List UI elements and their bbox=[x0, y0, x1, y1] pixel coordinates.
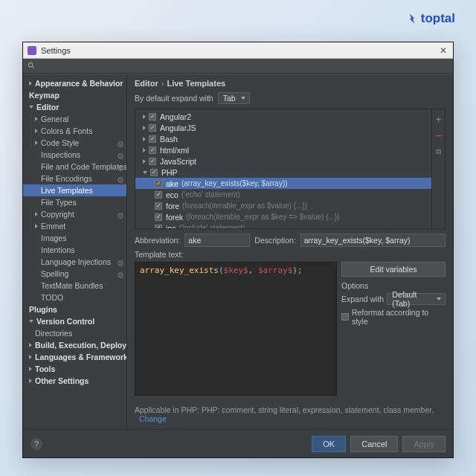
sidebar-item[interactable]: Version Control bbox=[23, 315, 126, 327]
template-name: eco bbox=[166, 190, 178, 199]
sidebar-item[interactable]: Spelling⚙ bbox=[23, 268, 126, 280]
svg-line-1 bbox=[32, 66, 34, 68]
brand-logo: toptal bbox=[406, 11, 455, 26]
sidebar-item[interactable]: Other Settings bbox=[23, 375, 126, 387]
cancel-button[interactable]: Cancel bbox=[350, 436, 398, 452]
template-item[interactable]: ✓inc ('include' statement) bbox=[135, 222, 431, 228]
sidebar-item-label: Other Settings bbox=[35, 376, 89, 385]
description-input[interactable]: array_key_exists($key, $array) bbox=[300, 234, 446, 247]
sidebar-item[interactable]: File Types bbox=[23, 196, 126, 208]
sidebar-item-label: Keymap bbox=[29, 91, 60, 100]
sidebar-item[interactable]: Copyright⚙ bbox=[23, 208, 126, 220]
template-name: inc bbox=[166, 224, 176, 229]
copy-icon[interactable]: ⧉ bbox=[436, 147, 441, 156]
chevron-right-icon bbox=[143, 148, 146, 152]
sidebar-item[interactable]: File and Code Templates⚙ bbox=[23, 161, 126, 173]
sidebar-item[interactable]: Emmet bbox=[23, 220, 126, 232]
template-item[interactable]: ✓html/xml bbox=[135, 144, 431, 155]
sidebar-item[interactable]: Plugins bbox=[23, 303, 126, 315]
template-item[interactable]: ✓ake (array_key_exists($key, $array)) bbox=[135, 178, 431, 189]
checkbox-icon[interactable]: ✓ bbox=[149, 158, 156, 165]
checkbox-icon[interactable]: ✓ bbox=[149, 124, 156, 132]
chevron-right-icon bbox=[35, 224, 38, 228]
remove-icon[interactable]: − bbox=[435, 132, 442, 140]
checkbox-icon[interactable]: ✓ bbox=[150, 169, 158, 176]
sidebar-item[interactable]: Editor bbox=[23, 101, 126, 113]
sidebar-item[interactable]: Languages & Frameworks bbox=[23, 351, 126, 363]
apply-button[interactable]: Apply bbox=[402, 436, 446, 452]
template-name: Angular2 bbox=[160, 112, 191, 121]
sidebar-item[interactable]: Images bbox=[23, 232, 126, 244]
sidebar-item[interactable]: Inspections⚙ bbox=[23, 149, 126, 161]
template-name: ake bbox=[166, 179, 178, 188]
window-title: Settings bbox=[41, 46, 71, 55]
sidebar-item-label: Languages & Frameworks bbox=[35, 353, 127, 361]
sidebar-item-label: Appearance & Behavior bbox=[35, 79, 123, 88]
template-item[interactable]: ✓JavaScript bbox=[135, 155, 431, 167]
template-item[interactable]: ✓Bash bbox=[135, 133, 431, 144]
sidebar-item[interactable]: TextMate Bundles bbox=[23, 280, 126, 292]
change-contexts-link[interactable]: Change bbox=[139, 414, 167, 423]
sidebar-item[interactable]: Build, Execution, Deployment bbox=[23, 339, 126, 351]
sidebar-item-label: Language Injections bbox=[41, 257, 111, 266]
sidebar-item[interactable]: Appearance & Behavior bbox=[23, 77, 126, 89]
sidebar-item[interactable]: Colors & Fonts bbox=[23, 125, 126, 137]
gear-icon: ⚙ bbox=[117, 176, 123, 182]
sidebar-item[interactable]: General bbox=[23, 113, 126, 125]
breadcrumb: Editor›Live Templates bbox=[127, 74, 453, 91]
edit-variables-button[interactable]: Edit variables bbox=[341, 262, 446, 277]
template-name: JavaScript bbox=[160, 157, 196, 166]
checkbox-icon[interactable]: ✓ bbox=[155, 213, 162, 221]
chevron-down-icon bbox=[143, 171, 147, 174]
close-icon[interactable]: ✕ bbox=[440, 45, 447, 56]
checkbox-icon[interactable]: ✓ bbox=[155, 202, 162, 210]
reformat-label: Reformat according to style bbox=[352, 308, 446, 326]
checkbox-icon[interactable]: ✓ bbox=[155, 180, 162, 187]
sidebar-item[interactable]: Directories bbox=[23, 327, 126, 339]
help-button[interactable]: ? bbox=[30, 438, 42, 450]
template-text-editor[interactable]: array_key_exists($key$, $array$); bbox=[135, 262, 337, 396]
expand-with-select[interactable]: Tab bbox=[218, 92, 250, 104]
sidebar-item[interactable]: TODO bbox=[23, 292, 126, 303]
templates-tree[interactable]: ✓Angular2✓AngularJS✓Bash✓html/xml✓JavaSc… bbox=[135, 109, 431, 228]
checkbox-icon[interactable]: ✓ bbox=[149, 113, 156, 120]
sidebar-item-label: Inspections bbox=[41, 150, 80, 159]
template-item[interactable]: ✓forek (foreach(iterable_expr as $key =>… bbox=[135, 211, 431, 222]
sidebar-item[interactable]: Keymap bbox=[23, 89, 126, 101]
template-item[interactable]: ✓fore (foreach(iterable_expr as $value) … bbox=[135, 200, 431, 211]
checkbox-icon[interactable]: ✓ bbox=[155, 191, 162, 199]
template-name: AngularJS bbox=[160, 123, 196, 132]
sidebar-item-label: Images bbox=[41, 234, 66, 242]
expand-with-select-2[interactable]: Default (Tab) bbox=[387, 293, 446, 305]
sidebar-item[interactable]: Code Style⚙ bbox=[23, 137, 126, 149]
template-item[interactable]: ✓Angular2 bbox=[135, 111, 431, 122]
sidebar-item[interactable]: Live Templates bbox=[23, 184, 126, 196]
sidebar-item[interactable]: Language Injections⚙ bbox=[23, 256, 126, 268]
ok-button[interactable]: OK bbox=[312, 436, 346, 452]
sidebar-item-label: Tools bbox=[35, 364, 55, 373]
template-name: html/xml bbox=[160, 146, 189, 155]
abbreviation-input[interactable]: ake bbox=[184, 234, 250, 247]
chevron-right-icon bbox=[29, 81, 32, 86]
template-item[interactable]: ✓eco ('echo' statement) bbox=[135, 189, 431, 200]
checkbox-icon[interactable]: ✓ bbox=[149, 135, 156, 143]
sidebar-item-label: Build, Execution, Deployment bbox=[35, 341, 127, 350]
sidebar-item-label: Code Style bbox=[41, 138, 79, 147]
titlebar: Settings ✕ bbox=[23, 42, 453, 59]
sidebar-item-label: Plugins bbox=[29, 305, 57, 314]
template-item[interactable]: ✓AngularJS bbox=[135, 122, 431, 133]
sidebar-item[interactable]: Tools bbox=[23, 363, 126, 375]
reformat-checkbox[interactable] bbox=[341, 313, 349, 321]
template-desc: ('include' statement) bbox=[178, 224, 245, 228]
checkbox-icon[interactable]: ✓ bbox=[149, 147, 156, 154]
sidebar-item-label: Directories bbox=[35, 329, 72, 338]
template-item[interactable]: ✓PHP bbox=[135, 167, 431, 178]
chevron-right-icon bbox=[35, 141, 38, 145]
template-name: Bash bbox=[160, 135, 178, 144]
sidebar-item[interactable]: Intentions bbox=[23, 244, 126, 256]
chevron-right-icon bbox=[29, 367, 32, 371]
checkbox-icon[interactable]: ✓ bbox=[155, 225, 162, 229]
sidebar-item[interactable]: File Encodings⚙ bbox=[23, 173, 126, 184]
add-icon[interactable]: + bbox=[436, 114, 442, 125]
search-bar[interactable] bbox=[23, 59, 453, 74]
